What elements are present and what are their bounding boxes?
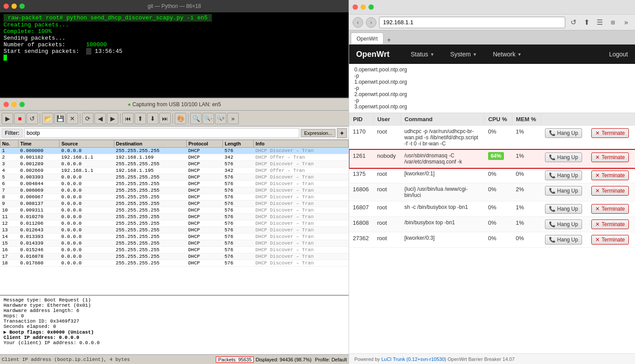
proc-user: root	[373, 201, 401, 217]
pkt-no: 3	[0, 161, 19, 167]
terminate-button[interactable]: ✕ Terminate	[591, 171, 629, 180]
terminal-close-btn[interactable]	[4, 4, 9, 9]
packet-row[interactable]: 10 0.009311 0.0.0.0 255.255.255.255 DHCP…	[0, 207, 349, 214]
ws-go-prev-btn[interactable]: ⬆	[135, 113, 146, 124]
ws-open-btn[interactable]: 📂	[42, 113, 53, 124]
wireshark-max-btn[interactable]	[19, 102, 25, 107]
packet-row[interactable]: 12 0.011206 0.0.0.0 255.255.255.255 DHCP…	[0, 220, 349, 227]
packet-row[interactable]: 2 0.001182 192.168.1.1 192.168.1.169 DHC…	[0, 154, 349, 161]
pkt-info: DHCP Discover – Tran	[254, 181, 349, 187]
ws-go-next-btn[interactable]: ⬇	[147, 113, 158, 124]
browser-max-btn[interactable]	[368, 4, 374, 10]
terminate-button[interactable]: ✕ Terminate	[591, 186, 629, 196]
nav-logout-btn[interactable]: Logout	[609, 51, 628, 58]
browser-more-btn[interactable]: »	[621, 17, 631, 28]
packet-row[interactable]: 4 0.002669 192.168.1.1 192.168.1.195 DHC…	[0, 167, 349, 174]
openwrt-brand: OpenWrt	[356, 50, 390, 59]
terminate-button[interactable]: ✕ Terminate	[591, 204, 629, 214]
wireshark-window: ● Capturing from USB 10/100 LAN: en5 ▶ ■…	[0, 98, 349, 364]
packet-row[interactable]: 3 0.001289 0.0.0.0 255.255.255.255 DHCP …	[0, 161, 349, 167]
pkt-len: 576	[223, 148, 254, 154]
hang-up-button[interactable]: 📞 Hang Up	[545, 171, 582, 180]
packet-row[interactable]: 6 0.004844 0.0.0.0 255.255.255.255 DHCP …	[0, 181, 349, 187]
browser-share-btn[interactable]: ⬆	[581, 17, 592, 28]
terminal-min-btn[interactable]	[11, 4, 17, 9]
browser-min-btn[interactable]	[361, 4, 366, 10]
nav-item-status[interactable]: Status ▼	[407, 49, 438, 59]
ws-save-btn[interactable]: 💾	[54, 113, 66, 124]
terminate-button[interactable]: ✕ Terminate	[591, 235, 629, 245]
detail-line-6: Seconds elapsed: 0	[4, 324, 345, 329]
nav-item-network[interactable]: Network ▼	[489, 49, 525, 59]
ws-colorize-btn[interactable]: 🎨	[175, 113, 186, 124]
hang-up-button[interactable]: 📞 Hang Up	[545, 235, 582, 245]
terminal-body: raw-packet root# python send_dhcp_discov…	[0, 12, 349, 97]
packet-row[interactable]: 13 0.012643 0.0.0.0 255.255.255.255 DHCP…	[0, 227, 349, 234]
packet-row[interactable]: 11 0.010270 0.0.0.0 255.255.255.255 DHCP…	[0, 214, 349, 220]
nav-item-system[interactable]: System ▼	[447, 49, 481, 59]
packet-row[interactable]: 8 0.006967 0.0.0.0 255.255.255.255 DHCP …	[0, 194, 349, 201]
pkt-no: 5	[0, 174, 19, 181]
wireshark-close-btn[interactable]	[4, 102, 9, 107]
hang-up-button[interactable]: 📞 Hang Up	[545, 128, 582, 138]
proc-command: sh -c /bin/busybox top -bn1	[401, 201, 485, 217]
packet-row[interactable]: 1 0.000000 0.0.0.0 255.255.255.255 DHCP …	[0, 148, 349, 154]
ws-zoom-in-btn[interactable]: 🔍	[190, 113, 202, 124]
ws-close-btn[interactable]: ✕	[67, 113, 78, 124]
packet-row[interactable]: 9 0.008137 0.0.0.0 255.255.255.255 DHCP …	[0, 201, 349, 207]
packet-row[interactable]: 16 0.015246 0.0.0.0 255.255.255.255 DHCP…	[0, 247, 349, 253]
ws-restart-btn[interactable]: ↺	[26, 113, 38, 124]
ws-start-btn[interactable]: ▶	[2, 113, 13, 124]
cpu-value: 0%	[488, 171, 496, 177]
browser-forward-btn[interactable]: ›	[366, 17, 376, 28]
ws-sep-4	[173, 113, 173, 124]
filter-expression-btn[interactable]: Expression...	[301, 129, 335, 137]
terminate-button[interactable]: ✕ Terminate	[591, 152, 629, 162]
pkt-no: 1	[0, 148, 19, 154]
browser-new-tab-btn[interactable]: +	[387, 36, 391, 44]
terminal-titlebar: git — Python — 86×18	[0, 0, 349, 12]
hang-up-button[interactable]: 📞 Hang Up	[545, 204, 582, 214]
browser-close-btn[interactable]	[353, 4, 358, 10]
hang-up-button[interactable]: 📞 Hang Up	[545, 186, 582, 196]
filter-add-btn[interactable]: +	[337, 128, 347, 138]
hang-up-label: Hang Up	[557, 130, 578, 136]
ws-go-first-btn[interactable]: ⏮	[122, 113, 134, 124]
ws-more-btn[interactable]: »	[227, 113, 239, 124]
hang-up-icon: 📞	[549, 206, 556, 212]
ntp-entry-3: 1.openwrt.pool.ntp.org	[354, 79, 630, 85]
proc-pid: 16808	[349, 217, 374, 232]
ws-forward-btn[interactable]: ▶	[107, 113, 118, 124]
terminal-output-4: Number of packets: 100000	[4, 41, 345, 48]
browser-reload-btn[interactable]: ↺	[568, 17, 579, 28]
hang-up-button[interactable]: 📞 Hang Up	[545, 152, 582, 162]
ws-zoom-out-btn[interactable]: 🔍-	[203, 113, 214, 124]
pkt-info: DHCP Discover – Tran	[254, 227, 349, 234]
packet-row[interactable]: 18 0.017680 0.0.0.0 255.255.255.255 DHCP…	[0, 260, 349, 267]
packet-row[interactable]: 7 0.006069 0.0.0.0 255.255.255.255 DHCP …	[0, 187, 349, 194]
terminate-button[interactable]: ✕ Terminate	[591, 219, 629, 229]
packet-table: No. Time Source Destination Protocol Len…	[0, 140, 349, 295]
wireshark-title: ● Capturing from USB 10/100 LAN: en5	[128, 101, 221, 108]
ws-reload-btn[interactable]: ⟳	[82, 113, 94, 124]
pkt-dst: 255.255.255.255	[114, 214, 186, 220]
terminate-button[interactable]: ✕ Terminate	[591, 128, 629, 138]
packet-row[interactable]: 5 0.003393 0.0.0.0 255.255.255.255 DHCP …	[0, 174, 349, 181]
browser-back-btn[interactable]: ‹	[353, 17, 363, 28]
browser-url-bar[interactable]	[379, 17, 565, 28]
footer-luci-link[interactable]: LuCI Trunk (0.12+svn-r10530)	[381, 357, 446, 362]
ws-go-last-btn[interactable]: ⏭	[159, 113, 171, 124]
hang-up-button[interactable]: 📞 Hang Up	[545, 219, 582, 229]
terminal-max-btn[interactable]	[19, 4, 25, 9]
browser-tab-openwrt[interactable]: OpenWrt	[351, 33, 383, 44]
ws-zoom-reset-btn[interactable]: 🔍=	[215, 113, 226, 124]
packet-row[interactable]: 14 0.013393 0.0.0.0 255.255.255.255 DHCP…	[0, 234, 349, 240]
packet-row[interactable]: 15 0.014339 0.0.0.0 255.255.255.255 DHCP…	[0, 240, 349, 247]
filter-input[interactable]	[24, 128, 299, 138]
browser-expand-btn[interactable]: ⊞	[608, 17, 618, 28]
wireshark-min-btn[interactable]	[11, 102, 17, 107]
browser-sidebar-btn[interactable]: ☰	[594, 17, 605, 28]
ws-back-btn[interactable]: ◀	[94, 113, 106, 124]
ws-stop-btn[interactable]: ■	[14, 113, 26, 124]
packet-row[interactable]: 17 0.016878 0.0.0.0 255.255.255.255 DHCP…	[0, 253, 349, 260]
